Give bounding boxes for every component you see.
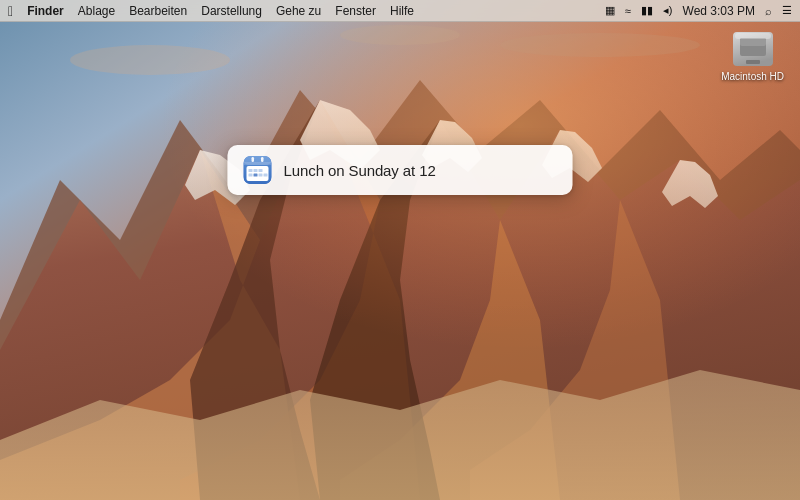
svg-rect-34 bbox=[740, 38, 766, 46]
datetime[interactable]: Wed 3:03 PM bbox=[683, 4, 755, 18]
macintosh-hd-label: Macintosh HD bbox=[721, 71, 784, 82]
volume-icon[interactable]: ◂) bbox=[663, 4, 673, 17]
menu-gehe-zu[interactable]: Gehe zu bbox=[276, 4, 321, 18]
menu-darstellung[interactable]: Darstellung bbox=[201, 4, 262, 18]
macintosh-hd-icon[interactable]: Macintosh HD bbox=[721, 30, 784, 82]
menu-hilfe[interactable]: Hilfe bbox=[390, 4, 414, 18]
svg-rect-28 bbox=[249, 174, 253, 177]
menu-ablage[interactable]: Ablage bbox=[78, 4, 115, 18]
svg-rect-21 bbox=[244, 162, 272, 165]
svg-rect-29 bbox=[254, 174, 258, 177]
svg-rect-25 bbox=[249, 169, 253, 172]
app-name[interactable]: Finder bbox=[27, 4, 64, 18]
menu-fenster[interactable]: Fenster bbox=[335, 4, 376, 18]
calendar-icon bbox=[244, 156, 272, 184]
notif-icon[interactable]: ☰ bbox=[782, 4, 792, 17]
svg-rect-31 bbox=[264, 174, 268, 177]
menubar-right: ▦ ≈ ▮▮ ◂) Wed 3:03 PM ⌕ ☰ bbox=[605, 4, 792, 18]
battery-icon[interactable]: ▮▮ bbox=[641, 4, 653, 17]
notification-text: Lunch on Sunday at 12 bbox=[284, 162, 436, 179]
menu-bearbeiten[interactable]: Bearbeiten bbox=[129, 4, 187, 18]
wallpaper bbox=[0, 0, 800, 500]
hdd-icon-svg bbox=[732, 30, 774, 68]
wifi-icon[interactable]: ≈ bbox=[625, 5, 631, 17]
svg-rect-35 bbox=[746, 60, 760, 64]
search-icon[interactable]: ⌕ bbox=[765, 5, 772, 17]
svg-rect-30 bbox=[259, 174, 263, 177]
svg-rect-26 bbox=[254, 169, 258, 172]
notification-bar[interactable]: Lunch on Sunday at 12 bbox=[228, 145, 573, 195]
grid-icon[interactable]: ▦ bbox=[605, 4, 615, 17]
svg-rect-22 bbox=[252, 157, 255, 162]
svg-rect-27 bbox=[259, 169, 263, 172]
menubar:  Finder Ablage Bearbeiten Darstellung G… bbox=[0, 0, 800, 22]
desktop:  Finder Ablage Bearbeiten Darstellung G… bbox=[0, 0, 800, 500]
apple-menu[interactable]:  bbox=[8, 3, 13, 19]
svg-rect-23 bbox=[261, 157, 264, 162]
menubar-left:  Finder Ablage Bearbeiten Darstellung G… bbox=[8, 3, 414, 19]
svg-rect-36 bbox=[735, 33, 771, 39]
